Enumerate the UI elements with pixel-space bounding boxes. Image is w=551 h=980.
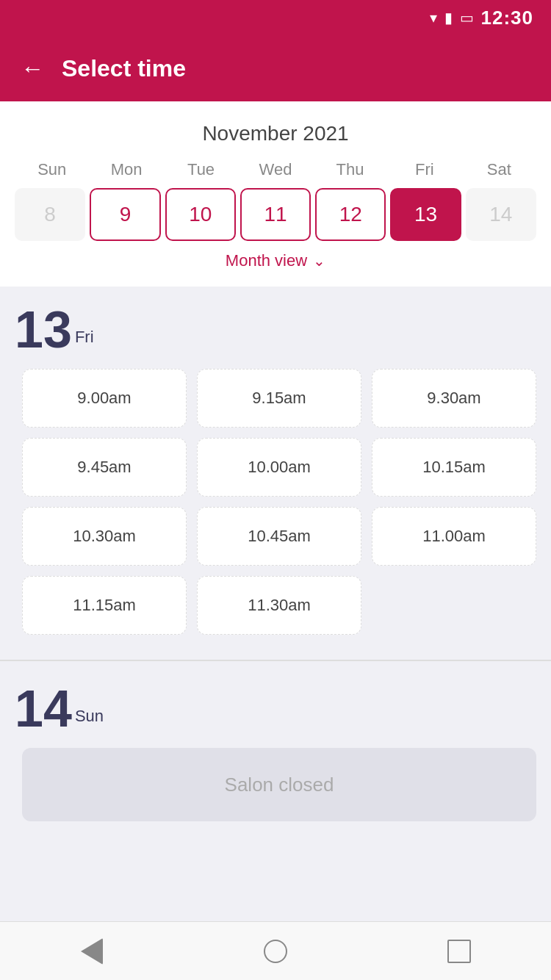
- time-slot-930am[interactable]: 9.30am: [372, 369, 536, 428]
- salon-closed-label: Salon closed: [225, 774, 334, 796]
- weekday-tue: Tue: [164, 160, 238, 179]
- day-cell-10[interactable]: 10: [165, 188, 236, 241]
- weekday-wed: Wed: [238, 160, 312, 179]
- month-view-label: Month view: [226, 251, 307, 270]
- day-cell-12[interactable]: 12: [315, 188, 386, 241]
- time-slot-1015am[interactable]: 10.15am: [372, 438, 536, 497]
- time-slot-1130am[interactable]: 11.30am: [197, 576, 361, 635]
- status-time: 12:30: [481, 7, 534, 29]
- time-slot-1030am[interactable]: 10.30am: [22, 507, 187, 566]
- chevron-down-icon: ⌄: [313, 252, 325, 270]
- time-slots-grid-13: 9.00am 9.15am 9.30am 9.45am 10.00am 10.1…: [22, 369, 536, 635]
- time-slot-1100am[interactable]: 11.00am: [372, 507, 536, 566]
- battery-icon: ▭: [460, 9, 474, 26]
- day-number-14: 14: [15, 683, 72, 735]
- day-row-header-13: 13 Fri: [15, 304, 536, 356]
- time-slot-900am[interactable]: 9.00am: [22, 369, 187, 428]
- month-view-toggle[interactable]: Month view ⌄: [15, 241, 536, 275]
- nav-back-button[interactable]: [76, 935, 108, 968]
- signal-icon: ▮: [444, 9, 453, 26]
- day-cell-9[interactable]: 9: [90, 188, 160, 241]
- weekday-thu: Thu: [313, 160, 387, 179]
- salon-closed-card: Salon closed: [22, 748, 536, 821]
- time-slot-915am[interactable]: 9.15am: [197, 369, 361, 428]
- back-button[interactable]: ←: [21, 57, 44, 80]
- weekday-sat: Sat: [462, 160, 536, 179]
- header: ← Select time: [0, 35, 551, 101]
- page-title: Select time: [62, 55, 186, 82]
- day-row-header-14: 14 Sun: [15, 683, 536, 735]
- home-nav-icon: [264, 940, 287, 963]
- day-cell-8[interactable]: 8: [15, 188, 85, 241]
- recents-nav-icon: [447, 940, 471, 963]
- back-nav-icon: [81, 938, 103, 965]
- nav-home-button[interactable]: [259, 935, 292, 968]
- bottom-nav: [0, 921, 551, 980]
- weekday-row: Sun Mon Tue Wed Thu Fri Sat: [15, 160, 536, 179]
- time-slot-1000am[interactable]: 10.00am: [197, 438, 361, 497]
- day-number-13: 13: [15, 304, 72, 356]
- weekday-mon: Mon: [89, 160, 163, 179]
- calendar-section: November 2021 Sun Mon Tue Wed Thu Fri Sa…: [0, 101, 551, 287]
- time-section-13: 13 Fri 9.00am 9.15am 9.30am 9.45am 10.00…: [0, 287, 551, 652]
- day-row: 8 9 10 11 12 13 14: [15, 188, 536, 241]
- day-cell-11[interactable]: 11: [240, 188, 311, 241]
- day-name-13: Fri: [75, 328, 94, 347]
- status-bar: ▾ ▮ ▭ 12:30: [0, 0, 551, 35]
- time-slot-1045am[interactable]: 10.45am: [197, 507, 361, 566]
- month-year-label: November 2021: [15, 122, 536, 145]
- weekday-sun: Sun: [15, 160, 89, 179]
- day-name-14: Sun: [75, 707, 104, 726]
- day-cell-14[interactable]: 14: [466, 188, 536, 241]
- time-slot-1115am[interactable]: 11.15am: [22, 576, 187, 635]
- weekday-fri: Fri: [387, 160, 461, 179]
- salon-closed-section: 14 Sun Salon closed: [0, 669, 551, 842]
- section-divider: [0, 660, 551, 661]
- time-slot-945am[interactable]: 9.45am: [22, 438, 187, 497]
- nav-recents-button[interactable]: [443, 935, 475, 968]
- day-cell-13[interactable]: 13: [390, 188, 461, 241]
- wifi-icon: ▾: [430, 9, 437, 26]
- status-icons: ▾ ▮ ▭ 12:30: [430, 7, 534, 29]
